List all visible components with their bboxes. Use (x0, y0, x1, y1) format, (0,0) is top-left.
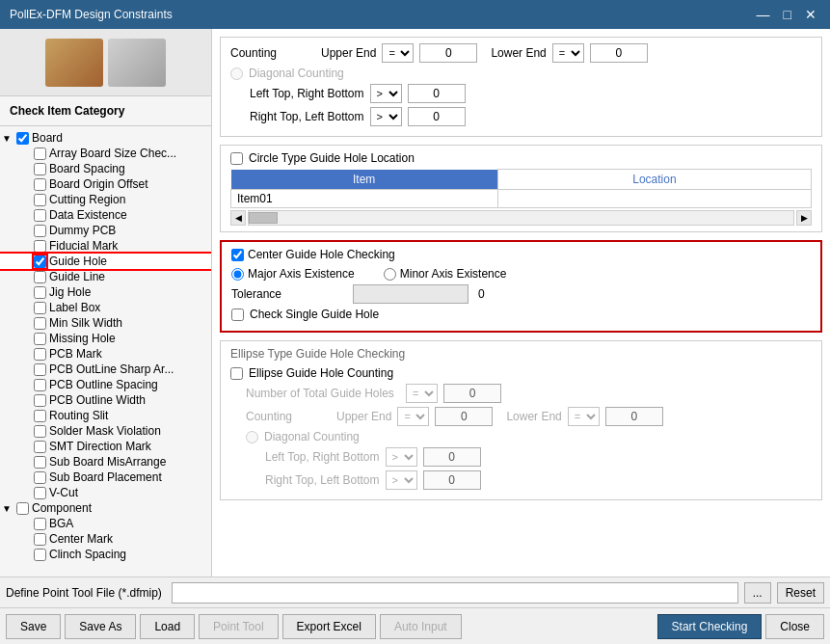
tree-checkbox-data-existence[interactable] (34, 209, 46, 222)
save-as-button[interactable]: Save As (65, 614, 136, 639)
tolerance-input[interactable] (353, 284, 469, 304)
upper-end-value[interactable] (419, 43, 477, 63)
tree-item-fiducial-mark[interactable]: Fiducial Mark (0, 238, 211, 254)
tree-checkbox-sub-board-mis[interactable] (34, 456, 46, 469)
tree-checkbox-dummy-pcb[interactable] (34, 225, 46, 237)
point-tool-button[interactable]: Point Tool (199, 614, 278, 639)
tree-checkbox-cutting-region[interactable] (34, 194, 46, 206)
tree-checkbox-pcb-mark[interactable] (34, 348, 46, 361)
tree-container[interactable]: ▼BoardArray Board Size Chec...Board Spac… (0, 126, 211, 577)
tree-checkbox-center-mark[interactable] (34, 533, 46, 546)
tree-item-sub-board-place[interactable]: Sub Board Placement (0, 470, 211, 485)
tree-item-component[interactable]: ▼Component (0, 500, 211, 516)
scroll-left-btn[interactable]: ◀ (230, 210, 246, 226)
tree-checkbox-fiducial-mark[interactable] (34, 240, 46, 253)
num-total-op[interactable]: => (406, 384, 438, 403)
expand-icon-board[interactable]: ▼ (0, 131, 13, 145)
tree-checkbox-board[interactable] (16, 132, 29, 145)
tree-checkbox-label-box[interactable] (34, 302, 46, 314)
browse-button[interactable]: ... (744, 582, 771, 604)
num-total-value[interactable] (443, 384, 501, 403)
tree-item-array-board[interactable]: Array Board Size Chec... (0, 146, 211, 161)
tree-checkbox-component[interactable] (16, 502, 29, 515)
check-single-checkbox[interactable] (231, 309, 244, 321)
tree-checkbox-pcb-outline-width[interactable] (34, 394, 46, 407)
tree-item-v-cut[interactable]: V-Cut (0, 485, 211, 500)
tree-checkbox-board-spacing[interactable] (34, 163, 46, 175)
upper-end-op[interactable]: =>< (382, 43, 414, 63)
tree-checkbox-missing-hole[interactable] (34, 333, 46, 345)
start-checking-button[interactable]: Start Checking (657, 614, 763, 639)
tree-checkbox-board-origin[interactable] (34, 178, 46, 191)
lower-end-value[interactable] (590, 43, 648, 63)
circle-guide-hole-checkbox[interactable] (230, 152, 243, 165)
tree-checkbox-v-cut[interactable] (34, 487, 46, 499)
tree-item-guide-hole[interactable]: Guide Hole (0, 254, 211, 269)
tree-item-sub-board-mis[interactable]: Sub Board MisArrange (0, 454, 211, 470)
save-button[interactable]: Save (6, 614, 61, 639)
close-button[interactable]: Close (765, 614, 824, 639)
diagonal-counting-radio[interactable] (230, 67, 243, 80)
minimize-button[interactable]: — (753, 8, 774, 21)
ellipse-right-top-op[interactable]: >= (386, 470, 417, 490)
auto-input-button[interactable]: Auto Input (380, 614, 462, 639)
dfmip-file-input[interactable] (172, 582, 738, 604)
export-excel-button[interactable]: Export Excel (282, 614, 376, 639)
lower-end-op[interactable]: =>< (552, 43, 584, 63)
tree-item-missing-hole[interactable]: Missing Hole (0, 331, 211, 346)
tree-item-pcb-outline-spacing[interactable]: PCB Outline Spacing (0, 377, 211, 392)
left-top-value[interactable] (408, 84, 466, 103)
tree-item-board-origin[interactable]: Board Origin Offset (0, 176, 211, 192)
right-top-value[interactable] (408, 107, 466, 126)
tree-item-pcb-outline-sharp[interactable]: PCB OutLine Sharp Ar... (0, 362, 211, 377)
ellipse-right-top-value[interactable] (423, 470, 481, 490)
tree-item-bga[interactable]: BGA (0, 516, 211, 531)
tree-checkbox-jig-hole[interactable] (34, 286, 46, 299)
ellipse-upper-value[interactable] (435, 407, 493, 426)
tree-checkbox-min-silk-width[interactable] (34, 317, 46, 330)
scroll-track[interactable] (248, 210, 794, 226)
tree-item-smt-direction[interactable]: SMT Direction Mark (0, 439, 211, 454)
ellipse-lower-value[interactable] (605, 407, 663, 426)
tree-checkbox-routing-slit[interactable] (34, 410, 46, 422)
ellipse-left-top-value[interactable] (423, 447, 481, 467)
scroll-right-btn[interactable]: ▶ (796, 210, 812, 226)
tree-item-jig-hole[interactable]: Jig Hole (0, 284, 211, 300)
tree-checkbox-guide-line[interactable] (34, 271, 46, 283)
tree-item-cutting-region[interactable]: Cutting Region (0, 192, 211, 207)
table-scrollbar[interactable]: ◀ ▶ (230, 210, 812, 226)
left-top-op[interactable]: >=< (370, 84, 402, 103)
tree-checkbox-guide-hole[interactable] (34, 255, 46, 268)
center-guide-hole-checkbox[interactable] (231, 249, 244, 261)
tree-checkbox-array-board[interactable] (34, 148, 46, 160)
tree-item-clinch-spacing[interactable]: Clinch Spacing (0, 547, 211, 562)
scroll-thumb[interactable] (249, 212, 278, 224)
reset-button[interactable]: Reset (777, 582, 824, 604)
tree-checkbox-solder-mask[interactable] (34, 425, 46, 438)
ellipse-upper-op[interactable]: => (397, 407, 429, 426)
ellipse-lower-op[interactable]: => (568, 407, 600, 426)
tree-item-min-silk-width[interactable]: Min Silk Width (0, 315, 211, 331)
right-top-op[interactable]: >=< (370, 107, 402, 126)
close-window-button[interactable]: ✕ (801, 8, 820, 21)
tree-checkbox-pcb-outline-spacing[interactable] (34, 379, 46, 391)
major-axis-radio[interactable] (231, 268, 244, 281)
tree-item-solder-mask[interactable]: Solder Mask Violation (0, 423, 211, 439)
tree-item-board-spacing[interactable]: Board Spacing (0, 161, 211, 176)
tree-item-guide-line[interactable]: Guide Line (0, 269, 211, 284)
tree-item-label-box[interactable]: Label Box (0, 300, 211, 315)
minor-axis-radio[interactable] (384, 268, 396, 281)
tree-checkbox-smt-direction[interactable] (34, 441, 46, 453)
tree-checkbox-bga[interactable] (34, 518, 46, 530)
tree-item-center-mark[interactable]: Center Mark (0, 531, 211, 547)
tree-checkbox-sub-board-place[interactable] (34, 471, 46, 484)
tree-item-board[interactable]: ▼Board (0, 130, 211, 146)
tree-item-routing-slit[interactable]: Routing Slit (0, 408, 211, 423)
load-button[interactable]: Load (140, 614, 195, 639)
tree-checkbox-clinch-spacing[interactable] (34, 549, 46, 561)
tree-item-data-existence[interactable]: Data Existence (0, 207, 211, 223)
tree-item-dummy-pcb[interactable]: Dummy PCB (0, 223, 211, 238)
maximize-button[interactable]: □ (780, 8, 795, 21)
ellipse-counting-checkbox[interactable] (230, 367, 243, 380)
ellipse-left-top-op[interactable]: >= (386, 447, 417, 467)
